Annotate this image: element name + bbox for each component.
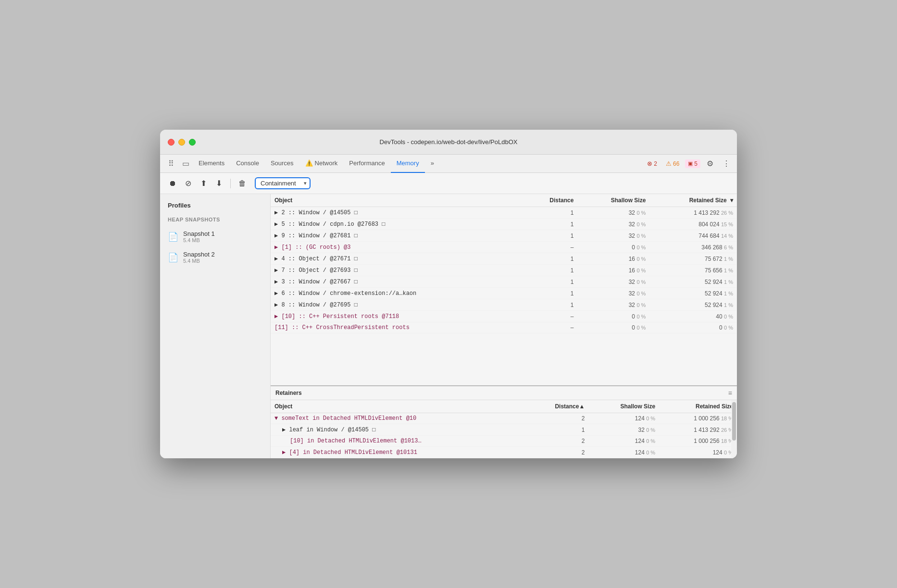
table-row[interactable]: ▶ 4 :: Object / @27671 □ 1 16 0 % 75 672… bbox=[271, 253, 737, 265]
snapshot-2-info: Snapshot 2 5.4 MB bbox=[183, 251, 215, 264]
row-shallow: 32 0 % bbox=[577, 230, 649, 242]
traffic-lights bbox=[168, 139, 196, 146]
table-row[interactable]: ▶ 8 :: Window / @27695 □ 1 32 0 % 52 924… bbox=[271, 299, 737, 311]
upper-table-header-row: Object Distance Shallow Size Retained Si… bbox=[271, 194, 737, 207]
warning-icon: ⚠ bbox=[666, 160, 672, 167]
network-warning-icon: ⚠️ bbox=[305, 159, 313, 167]
table-row[interactable]: [10] in Detached HTMLDivElement @1013… 2… bbox=[271, 436, 737, 447]
upper-col-retained[interactable]: Retained Size ▾ bbox=[649, 194, 737, 207]
record-button[interactable]: ⏺ bbox=[166, 177, 179, 190]
tabs-bar: ⠿ ▭ Elements Console Sources ⚠️ Network … bbox=[160, 155, 737, 173]
table-row[interactable]: ▶ 6 :: Window / chrome-extension://a…kao… bbox=[271, 288, 737, 299]
row-distance: 2 bbox=[526, 436, 588, 447]
upper-table-wrap[interactable]: Object Distance Shallow Size Retained Si… bbox=[271, 194, 737, 386]
snapshot-2-name: Snapshot 2 bbox=[183, 251, 215, 258]
tab-performance[interactable]: Performance bbox=[343, 155, 390, 173]
device-icon[interactable]: ▭ bbox=[178, 157, 193, 171]
row-distance: 1 bbox=[524, 253, 578, 265]
ret-col-object[interactable]: Object bbox=[271, 400, 526, 413]
close-button[interactable] bbox=[168, 139, 174, 146]
error-icon: ⊗ bbox=[647, 160, 652, 167]
row-distance: 1 bbox=[524, 265, 578, 276]
row-retained: 40 0 % bbox=[649, 311, 737, 322]
devtools-window: DevTools - codepen.io/web-dot-dev/live/P… bbox=[160, 130, 737, 458]
row-object: ▶ 7 :: Object / @27693 □ bbox=[271, 265, 524, 276]
table-row[interactable]: ▶ 3 :: Window / @27667 □ 1 32 0 % 52 924… bbox=[271, 276, 737, 288]
snapshot-1-size: 5.4 MB bbox=[183, 237, 215, 243]
upper-col-shallow[interactable]: Shallow Size bbox=[577, 194, 649, 207]
lower-table-wrap[interactable]: Object Distance▲ Shallow Size Retained S… bbox=[271, 400, 737, 458]
collect-garbage-button[interactable]: 🗑 bbox=[236, 177, 249, 190]
snapshot-2-item[interactable]: 📄 Snapshot 2 5.4 MB bbox=[160, 247, 270, 268]
table-row[interactable]: ▶ leaf in Window / @14505 □ 1 32 0 % 1 4… bbox=[271, 424, 737, 436]
snapshot-2-size: 5.4 MB bbox=[183, 258, 215, 264]
data-pane: Object Distance Shallow Size Retained Si… bbox=[271, 194, 737, 458]
row-shallow: 124 0 % bbox=[588, 436, 659, 447]
tab-network[interactable]: ⚠️ Network bbox=[299, 155, 344, 173]
row-retained: 75 672 1 % bbox=[649, 253, 737, 265]
table-row[interactable]: [11] :: C++ CrossThreadPersistent roots … bbox=[271, 322, 737, 333]
sidebar-heap-snapshots-label: HEAP SNAPSHOTS bbox=[160, 215, 270, 226]
row-shallow: 16 0 % bbox=[577, 265, 649, 276]
row-retained: 52 924 1 % bbox=[649, 299, 737, 311]
upper-col-object[interactable]: Object bbox=[271, 194, 524, 207]
settings-icon[interactable]: ⚙ bbox=[703, 157, 717, 171]
upload-button[interactable]: ⬆ bbox=[197, 177, 210, 190]
ret-col-retained[interactable]: Retained Size bbox=[659, 400, 737, 413]
snapshot-1-icon: 📄 bbox=[168, 232, 178, 242]
row-shallow: 32 0 % bbox=[588, 424, 659, 436]
maximize-button[interactable] bbox=[189, 139, 196, 146]
ret-col-shallow[interactable]: Shallow Size bbox=[588, 400, 659, 413]
tab-console[interactable]: Console bbox=[230, 155, 265, 173]
table-row[interactable]: ▶ 5 :: Window / cdpn.io @27683 □ 1 32 0 … bbox=[271, 219, 737, 230]
warning-badge[interactable]: ⚠ 66 bbox=[663, 159, 682, 168]
row-shallow: 0 0 % bbox=[577, 242, 649, 253]
minimize-button[interactable] bbox=[178, 139, 185, 146]
table-row[interactable]: ▶ 9 :: Window / @27681 □ 1 32 0 % 744 68… bbox=[271, 230, 737, 242]
clear-button[interactable]: ⊘ bbox=[181, 177, 195, 190]
scrollbar-thumb[interactable] bbox=[732, 402, 736, 441]
tab-elements[interactable]: Elements bbox=[193, 155, 230, 173]
table-row[interactable]: ▶ 2 :: Window / @14505 □ 1 32 0 % 1 413 … bbox=[271, 207, 737, 219]
retainers-menu-icon[interactable]: ≡ bbox=[728, 389, 732, 397]
row-distance: 1 bbox=[524, 288, 578, 299]
table-row[interactable]: ▶ [10] :: C++ Persistent roots @7118 – 0… bbox=[271, 311, 737, 322]
table-row[interactable]: ▶ [1] :: (GC roots) @3 – 0 0 % 346 268 6… bbox=[271, 242, 737, 253]
tab-sources[interactable]: Sources bbox=[265, 155, 299, 173]
row-object: ▶ [1] :: (GC roots) @3 bbox=[271, 242, 524, 253]
retainers-title: Retainers bbox=[275, 390, 302, 396]
row-shallow: 32 0 % bbox=[577, 207, 649, 219]
more-options-icon[interactable]: ⋮ bbox=[720, 157, 733, 171]
row-shallow: 32 0 % bbox=[577, 299, 649, 311]
row-retained: 346 268 6 % bbox=[649, 242, 737, 253]
retainers-table: Object Distance▲ Shallow Size Retained S… bbox=[271, 400, 737, 458]
upper-table-body: ▶ 2 :: Window / @14505 □ 1 32 0 % 1 413 … bbox=[271, 207, 737, 333]
error-badge[interactable]: ⊗ 2 bbox=[644, 159, 660, 168]
table-row[interactable]: ▶ [4] in Detached HTMLDivElement @10131 … bbox=[271, 447, 737, 458]
info-badge[interactable]: ▣ 5 bbox=[685, 159, 700, 168]
table-row[interactable]: ▼ someText in Detached HTMLDivElement @1… bbox=[271, 413, 737, 424]
row-shallow: 124 0 % bbox=[588, 447, 659, 458]
titlebar: DevTools - codepen.io/web-dot-dev/live/P… bbox=[160, 130, 737, 155]
inspect-icon[interactable]: ⠿ bbox=[164, 157, 178, 171]
tab-memory[interactable]: Memory bbox=[391, 155, 425, 173]
row-object: ▶ 3 :: Window / @27667 □ bbox=[271, 276, 524, 288]
ret-col-distance[interactable]: Distance▲ bbox=[526, 400, 588, 413]
retainers-header: Retainers ≡ bbox=[271, 386, 737, 400]
row-shallow: 32 0 % bbox=[577, 276, 649, 288]
row-distance: 1 bbox=[524, 207, 578, 219]
row-distance: 1 bbox=[524, 219, 578, 230]
window-title: DevTools - codepen.io/web-dot-dev/live/P… bbox=[380, 138, 518, 146]
retainers-header-row: Object Distance▲ Shallow Size Retained S… bbox=[271, 400, 737, 413]
snapshot-1-item[interactable]: 📄 Snapshot 1 5.4 MB bbox=[160, 226, 270, 247]
tab-more[interactable]: » bbox=[425, 155, 440, 173]
containment-select[interactable]: Containment Summary Comparison Statistic… bbox=[255, 177, 311, 189]
row-shallow: 0 0 % bbox=[577, 311, 649, 322]
toolbar2: ⏺ ⊘ ⬆ ⬇ 🗑 Containment Summary Comparison… bbox=[160, 173, 737, 194]
snapshot-2-icon: 📄 bbox=[168, 252, 178, 263]
table-row[interactable]: ▶ 7 :: Object / @27693 □ 1 16 0 % 75 656… bbox=[271, 265, 737, 276]
scrollbar-track[interactable] bbox=[731, 400, 737, 458]
download-button[interactable]: ⬇ bbox=[212, 177, 225, 190]
row-retained: 52 924 1 % bbox=[649, 288, 737, 299]
upper-col-distance[interactable]: Distance bbox=[524, 194, 578, 207]
